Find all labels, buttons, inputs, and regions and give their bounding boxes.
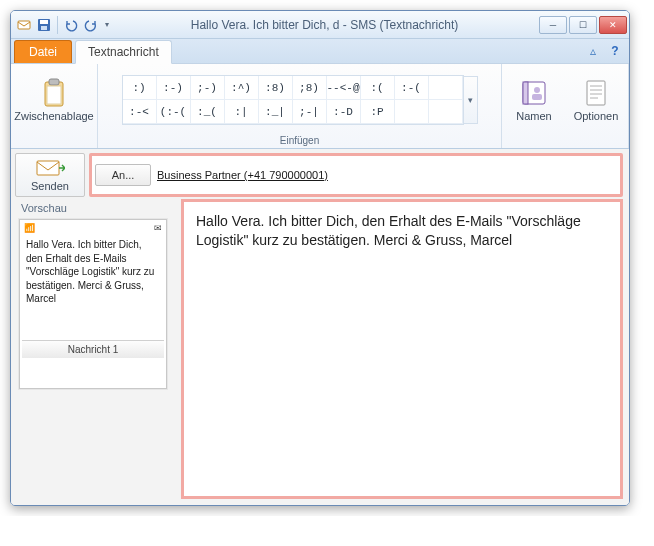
emoticon[interactable]: (:-( [157,100,191,124]
group-names: Namen Optionen [502,64,629,148]
svg-rect-11 [587,81,605,105]
undo-icon[interactable] [62,16,80,34]
emoticon[interactable]: ;-| [293,100,327,124]
header-row: Senden An... [11,149,629,199]
svg-rect-0 [18,21,30,29]
phone-nav-label[interactable]: Nachricht 1 [22,340,164,358]
svg-rect-6 [47,86,61,104]
qat-separator [57,16,58,34]
emoticon[interactable]: :-D [327,100,361,124]
window-controls: ─ ☐ ✕ [537,16,627,34]
group-clipboard: Zwischenablage [11,64,98,148]
window-title: Hallo Vera. Ich bitter Dich, d - SMS (Te… [112,18,537,32]
clipboard-button[interactable]: Zwischenablage [15,67,93,133]
address-book-icon [519,78,549,108]
group-insert: :) :-) ;-) :^) :8) ;8) --<-@ :( :-( :-< … [98,64,502,148]
group-label-clipboard [15,134,93,147]
signal-icon: 📶 [24,223,35,233]
preview-header: Vorschau [17,199,175,217]
names-button[interactable]: Namen [506,67,562,133]
emoticon[interactable] [395,100,429,124]
quick-access-toolbar: ▾ [15,16,112,34]
tab-file[interactable]: Datei [14,40,72,63]
mail-indicator-icon: ✉ [154,223,162,233]
ribbon-tabs: Datei Textnachricht ▵ ? [11,39,629,63]
group-label-options [506,134,624,147]
emoticon[interactable] [429,76,463,100]
message-body[interactable]: Hallo Vera. Ich bitter Dich, den Erhalt … [181,199,623,499]
ribbon-minimize-icon[interactable]: ▵ [585,43,601,59]
options-icon [581,78,611,108]
redo-icon[interactable] [82,16,100,34]
emoticon[interactable]: :-< [123,100,157,124]
emoticon[interactable]: ;8) [293,76,327,100]
svg-rect-2 [40,20,48,24]
clipboard-label: Zwischenablage [14,110,94,122]
svg-rect-10 [532,94,542,100]
emoticon[interactable]: :_( [191,100,225,124]
svg-rect-3 [41,26,47,30]
emoticon[interactable]: ;-) [191,76,225,100]
clipboard-icon [39,78,69,108]
emoticon[interactable]: :^) [225,76,259,100]
maximize-button[interactable]: ☐ [569,16,597,34]
emoticon[interactable]: :-) [157,76,191,100]
qat-customize-icon[interactable]: ▾ [102,16,112,34]
send-label: Senden [31,180,69,192]
help-icon[interactable]: ? [607,43,623,59]
send-button[interactable]: Senden [15,153,85,197]
emoticon[interactable]: :-( [395,76,429,100]
preview-pane: Vorschau 📶 ✉ Hallo Vera. Ich bitter Dich… [17,199,175,499]
options-button[interactable]: Optionen [568,67,624,133]
emoticon[interactable]: :( [361,76,395,100]
phone-statusbar: 📶 ✉ [22,222,164,234]
svg-rect-5 [49,79,59,85]
emoticon-gallery-more[interactable]: ▾ [464,76,478,124]
close-button[interactable]: ✕ [599,16,627,34]
emoticon-gallery: :) :-) ;-) :^) :8) ;8) --<-@ :( :-( :-< … [122,75,464,125]
minimize-button[interactable]: ─ [539,16,567,34]
emoticon[interactable]: :| [225,100,259,124]
tab-textmessage[interactable]: Textnachricht [75,40,172,64]
emoticon[interactable]: :_| [259,100,293,124]
names-label: Namen [516,110,551,122]
to-field[interactable] [155,167,617,183]
svg-rect-16 [37,161,59,175]
emoticon[interactable] [429,100,463,124]
phone-message-text: Hallo Vera. Ich bitter Dich, den Erhalt … [22,234,164,310]
sms-compose-window: ▾ Hallo Vera. Ich bitter Dich, d - SMS (… [10,10,630,506]
emoticon[interactable]: --<-@ [327,76,361,100]
group-label-insert: Einfügen [102,134,497,147]
options-label: Optionen [574,110,619,122]
to-button[interactable]: An... [95,164,151,186]
send-icon [35,158,65,178]
svg-point-9 [534,87,540,93]
emoticon[interactable]: :P [361,100,395,124]
ribbon: Zwischenablage :) :-) ;-) :^) :8) ;8) --… [11,63,629,149]
app-icon[interactable] [15,16,33,34]
emoticon[interactable]: :) [123,76,157,100]
emoticon[interactable]: :8) [259,76,293,100]
titlebar: ▾ Hallo Vera. Ich bitter Dich, d - SMS (… [11,11,629,39]
phone-preview: 📶 ✉ Hallo Vera. Ich bitter Dich, den Erh… [19,219,167,389]
svg-rect-8 [523,82,528,104]
save-icon[interactable] [35,16,53,34]
to-row-highlight: An... [89,153,623,197]
content-area: Senden An... Vorschau 📶 ✉ Hallo Vera. Ic… [11,149,629,505]
lower-panes: Vorschau 📶 ✉ Hallo Vera. Ich bitter Dich… [11,199,629,499]
